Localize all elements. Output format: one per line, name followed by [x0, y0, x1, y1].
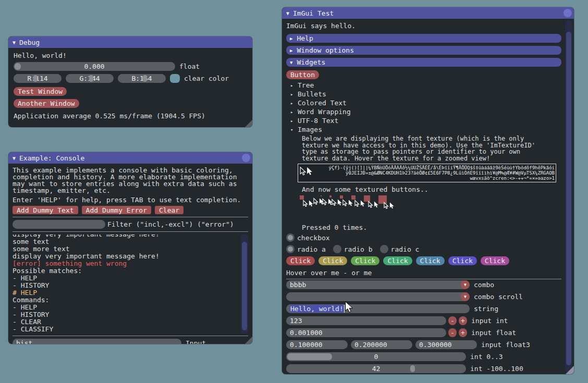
radio-b[interactable]	[333, 245, 341, 253]
window-title: Example: Console	[19, 154, 84, 162]
radio-label: radio a	[297, 245, 326, 253]
debug-titlebar[interactable]: ▼ Debug	[8, 36, 252, 48]
log-line: Commands:	[13, 296, 239, 304]
image-button[interactable]	[321, 195, 322, 196]
click-button-teal[interactable]: Click	[383, 256, 412, 265]
font-texture-image[interactable]: ýÇf}-{ÿj()[]||¼ÝBÑòÙÖóÄÂÀÅô½¼ÙÚŽŠÅÉÊ/å\È…	[298, 164, 556, 182]
click-button-magenta[interactable]: Click	[481, 256, 509, 265]
separator	[13, 336, 248, 336]
input-value: 0.300000	[419, 341, 452, 349]
tree-node-bullets[interactable]: ▸ Bullets	[290, 90, 561, 98]
click-button-purple[interactable]: Click	[448, 256, 477, 265]
color-slider-b[interactable]: B:154	[118, 74, 166, 83]
collapse-arrow-icon[interactable]: ▼	[13, 155, 16, 161]
imgui-scrollbar[interactable]	[565, 20, 572, 373]
image-button[interactable]	[300, 195, 304, 200]
click-button-yellow[interactable]: Click	[318, 256, 347, 265]
tree-node-tree[interactable]: ▸ Tree	[290, 81, 561, 90]
hover-text[interactable]: Hover over me - or me	[286, 269, 561, 277]
chevron-down-icon[interactable]: ▼	[461, 280, 470, 289]
another-window-button[interactable]: Another Window	[14, 99, 79, 108]
console-command-input[interactable]: hist	[13, 339, 181, 344]
image-button[interactable]	[329, 195, 332, 197]
debug-window: ▼ Debug Hello, world! 0.000 float R:114 …	[8, 36, 252, 127]
radio-a[interactable]	[286, 245, 295, 253]
click-button-blue[interactable]: Click	[416, 256, 445, 265]
tree-node-colored-text[interactable]: ▸ Colored Text	[290, 98, 561, 107]
filter-input[interactable]	[13, 220, 105, 229]
log-line: - CLASSIFY	[13, 326, 239, 333]
input-float3-z[interactable]: 0.300000	[415, 340, 477, 349]
click-button-green[interactable]: Click	[351, 256, 379, 265]
header-window-options[interactable]: ▶ Window options	[286, 46, 561, 55]
slider-int-100-100[interactable]: 42	[286, 364, 466, 373]
scrollbar-thumb[interactable]	[566, 32, 571, 365]
images-description-line: texture data. Hover the texture for a zo…	[302, 155, 561, 162]
resize-grip[interactable]	[245, 337, 252, 344]
float-slider[interactable]: 0.000	[14, 62, 175, 71]
imgui-titlebar[interactable]: ▼ ImGui Test	[282, 7, 574, 19]
collapse-arrow-icon[interactable]: ▼	[13, 40, 16, 45]
color-slider-r[interactable]: R:114	[14, 74, 62, 83]
input-label: Input	[186, 339, 206, 344]
combo-box[interactable]: bbbb ▼	[286, 280, 470, 289]
click-button-red[interactable]: Click	[286, 256, 315, 265]
resize-grip[interactable]	[245, 120, 252, 127]
input-int-field[interactable]: 123	[286, 316, 446, 325]
resize-grip[interactable]	[566, 366, 574, 374]
slider-value: B:154	[118, 75, 166, 82]
tree-label: Images	[298, 126, 322, 133]
chevron-right-icon: ▸	[290, 92, 298, 97]
tree-node-word-wrapping[interactable]: ▸ Word Wrapping	[290, 107, 561, 116]
input-value: 0.001000	[290, 329, 323, 337]
plus-button[interactable]: +	[459, 328, 467, 337]
add-dummy-text-button[interactable]: Add Dummy Text	[13, 206, 78, 214]
minus-button[interactable]: -	[448, 328, 457, 337]
plus-button[interactable]: +	[459, 316, 467, 325]
console-titlebar[interactable]: ▼ Example: Console	[8, 152, 252, 164]
chevron-right-icon: ▸	[290, 118, 298, 123]
header-help[interactable]: ▶ Help	[286, 34, 561, 43]
console-log-region[interactable]: display very important message here! som…	[13, 234, 248, 335]
input-value: 123	[290, 317, 302, 325]
input-float3-x[interactable]: 0.100000	[286, 340, 348, 349]
checkbox[interactable]	[286, 233, 295, 242]
chevron-down-icon[interactable]: ▼	[461, 292, 470, 301]
button-widget[interactable]: Button	[286, 70, 319, 79]
input-float3-y[interactable]: 0.200000	[351, 340, 412, 349]
close-icon[interactable]	[564, 9, 572, 17]
pressed-counter-text: Pressed 0 times.	[302, 224, 561, 231]
color-slider-g[interactable]: G:144	[66, 74, 114, 83]
log-line: - HELP	[13, 304, 239, 311]
selected-text: Hello, world!	[290, 305, 345, 313]
collapse-arrow-icon[interactable]: ▼	[286, 10, 289, 16]
scrollbar-thumb[interactable]	[242, 242, 247, 330]
fps-stats: Application average 0.525 ms/frame (1904…	[14, 112, 205, 120]
string-input[interactable]: Hello, world!	[286, 304, 470, 313]
slider-grab[interactable]	[143, 75, 147, 82]
clear-button[interactable]: Clear	[155, 206, 183, 214]
radio-c[interactable]	[380, 245, 388, 253]
clear-color-swatch[interactable]	[170, 74, 180, 83]
chevron-right-icon: ▸	[290, 83, 298, 88]
tree-label: Word Wrapping	[298, 108, 351, 116]
add-dummy-error-button[interactable]: Add Dummy Error	[82, 206, 151, 214]
header-widgets[interactable]: ▼ Widgets	[286, 58, 561, 67]
console-scrollbar[interactable]	[241, 234, 248, 333]
combo-scroll-box[interactable]: ▼	[286, 292, 470, 301]
slider-int-0-3[interactable]: 0	[286, 352, 466, 361]
filter-label: Filter ("incl,-excl") ("error")	[107, 220, 234, 228]
input-float-field[interactable]: 0.001000	[286, 328, 446, 337]
test-window-button[interactable]: Test Window	[14, 87, 67, 96]
close-icon[interactable]	[242, 154, 250, 162]
tree-node-images[interactable]: ▾ Images	[290, 125, 561, 134]
image-button[interactable]	[378, 195, 387, 204]
slider-value: R:114	[14, 75, 62, 82]
slider-grab[interactable]	[89, 75, 93, 82]
slider-grab[interactable]	[33, 75, 38, 82]
minus-button[interactable]: -	[448, 316, 457, 325]
tree-node-utf8-text[interactable]: ▸ UTF-8 Text	[290, 116, 561, 125]
console-help-line: Enter 'HELP' for help, press TAB to use …	[13, 196, 248, 203]
input-value: 0.100000	[290, 341, 323, 349]
slider-grab[interactable]	[15, 63, 21, 70]
